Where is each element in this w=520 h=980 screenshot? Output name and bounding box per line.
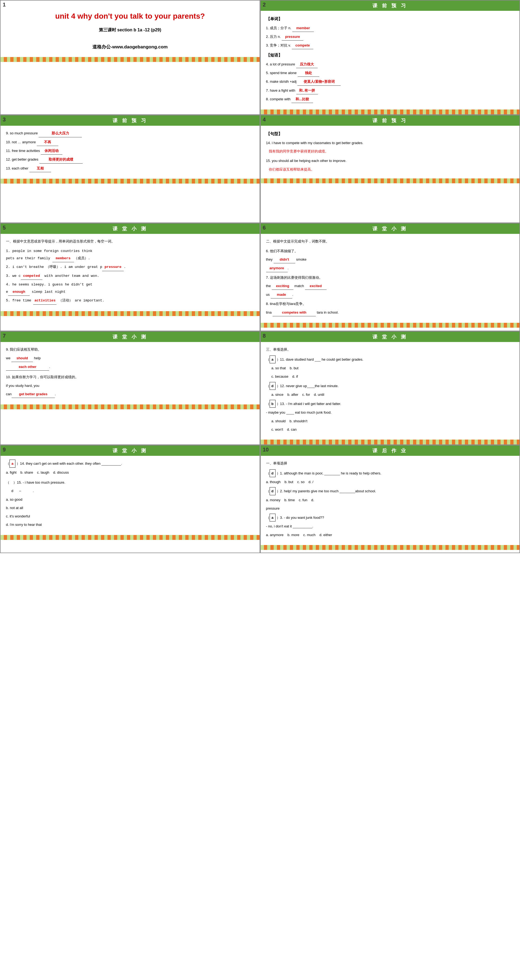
cell-8-content: 三、单项选择。 （a）11. dave studied hard ___ he … xyxy=(261,342,520,438)
mcq-11: （a）11. dave studied hard ___ he could ge… xyxy=(266,355,514,363)
ex2-item6-en2: anymore. xyxy=(266,264,514,272)
phrase-item-8: 8. compete with 和...比较 xyxy=(266,95,514,103)
hw-instruction: 一、单项选择 xyxy=(266,460,514,467)
sentence-15-en: 15. you should all be helping each other… xyxy=(266,157,514,164)
cell-number-8: 8 xyxy=(263,333,266,339)
vocab-item-2: 2. 压力 n. pressure xyxy=(266,33,514,41)
answer-14: a xyxy=(10,460,16,468)
cell-1: 1 unit 4 why don't you talk to your pare… xyxy=(0,0,260,115)
sentence-15-zh: 你们都应该互相帮助来提高。 xyxy=(269,166,514,173)
cell-2-content: 【单词】 1. 成员；分子 n. member 2. 压力 n. pressur… xyxy=(261,11,520,108)
mcq-11-opts: a. so that b. but xyxy=(271,364,514,372)
vocab2-item-13: 13. each other 互相 xyxy=(6,165,254,172)
cell-8: 8 课 堂 小 测 三、单项选择。 （a）11. dave studied ha… xyxy=(260,331,520,445)
answer-11: a xyxy=(270,355,276,363)
cell-3-header: 课 前 预 习 xyxy=(0,115,260,126)
mcq-15-opts-b: b. not at all xyxy=(6,504,254,511)
sentence-14-en: 14. i have to compete with my classmates… xyxy=(266,139,514,146)
cell-4-header: 课 前 预 习 xyxy=(261,115,520,126)
cell-8-border-dots xyxy=(261,439,520,444)
fill-exciting: exciting xyxy=(272,282,293,290)
cell-7-border-dots xyxy=(0,404,260,409)
main-grid: 1 unit 4 why don't you talk to your pare… xyxy=(0,0,520,553)
fill-member: member xyxy=(292,24,314,32)
cell-number-4: 4 xyxy=(263,116,266,123)
ex1-item3: 3. we ccompeted with another team and wo… xyxy=(6,272,254,280)
fill-excited: excited xyxy=(305,282,327,290)
cell-4-content: 【句型】 14. i have to compete with my class… xyxy=(261,126,520,177)
cell-number-10: 10 xyxy=(263,447,269,453)
fill-13: 互相 xyxy=(29,165,51,172)
hw-1-opts: a. though b. but c. so d. / xyxy=(266,478,514,485)
fill-activities: activities xyxy=(33,297,57,304)
answer-12: d xyxy=(270,382,276,390)
answer-hw2: d xyxy=(270,487,276,495)
cell-number-9: 9 xyxy=(3,447,6,453)
phrase-item-7: 7. have a fight with 和..有一拼 xyxy=(266,87,514,94)
cell-2-header: 课 前 预 习 xyxy=(261,0,520,11)
mcq-15-opts-d: d. i'm sorry to hear that xyxy=(6,521,254,528)
cell-3-border-dots xyxy=(0,179,260,184)
answer-hw1: d xyxy=(270,469,276,477)
fill-10: 不再 xyxy=(37,138,59,146)
cell5-instruction: 一、根据中文意思或首字母提示，用单词的适当形式填空，每空一词。 xyxy=(6,238,254,245)
phrase-label: 【短语】 xyxy=(266,53,282,57)
vocab-label: 【单词】 xyxy=(266,16,282,21)
mcq-11-opts2: c. because d. if xyxy=(271,373,514,380)
fill-enough: enough xyxy=(8,288,30,296)
mcq-14: （a）14. they can't get on well with each … xyxy=(6,460,254,468)
cell-2: 2 课 前 预 习 【单词】 1. 成员；分子 n. member 2. 压力 … xyxy=(260,0,520,115)
hw-3-opts: a. anymore b. more c. much d. either xyxy=(266,531,514,539)
ex1-item4: 4. he seems sleepy. i guess he didn't ge… xyxy=(6,281,254,296)
fill-12: 取得更好的成绩 xyxy=(40,156,82,163)
vocab2-item-9: 9. so much pressure 那么大压力 xyxy=(6,129,254,137)
sentence-label: 【句型】 xyxy=(266,131,282,136)
fill-get-better: get better grades xyxy=(12,390,55,398)
cell-9-border-dots xyxy=(0,535,260,540)
fill-didnt: didn't xyxy=(274,256,295,263)
cell-8-header: 课 堂 小 测 xyxy=(261,332,520,342)
cell-9: 9 课 堂 小 测 （a）14. they can't get on well … xyxy=(0,445,260,553)
fill-9: 那么大压力 xyxy=(39,129,82,137)
ex2-item6-en: they didn't smoke xyxy=(266,256,514,263)
fill-phrase6: 使某人/某物+形容词 xyxy=(297,78,341,86)
answer-hw3: a xyxy=(270,514,276,522)
fill-competed: competed xyxy=(21,272,43,280)
ex3-item9-en: we should help xyxy=(6,355,254,362)
ex2-item7-zh: 7. 这场刺激的比赛使得我们很激动。 xyxy=(266,274,514,281)
mcq-15: （ ）15. - i have too much pressure. xyxy=(6,479,254,486)
cell-4: 4 课 前 预 习 【句型】 14. i have to compete wit… xyxy=(260,115,520,223)
mcq-13-opts: a. should b. shouldn't xyxy=(271,417,514,425)
cell-5-border-dots xyxy=(0,311,260,316)
cell-1-website: 道格办公-www.daogebangong.com xyxy=(9,44,252,50)
vocab2-item-11: 11. free time activities 休闲活动 xyxy=(6,147,254,154)
cell-7: 7 课 堂 小 测 9. 我们应该相互帮助。 we should help ea… xyxy=(0,331,260,445)
sentence-14-zh: 我有我的同学竞赛中获得更好的成绩。 xyxy=(269,148,514,155)
hw-3-sub: - no, i don't eat it __________. xyxy=(266,523,514,530)
fill-made: made xyxy=(271,291,292,299)
cell-7-header: 课 堂 小 测 xyxy=(0,332,260,342)
mcq-15-sub: d – . xyxy=(11,487,254,495)
mcq-13: （b）13. - i'm afraid i will get fatter an… xyxy=(266,400,514,408)
cell-5-content: 一、根据中文意思或首字母提示，用单词的适当形式填空，每空一词。 1. peopl… xyxy=(0,234,260,309)
hw-1: （d）1. although the man is poor, ________… xyxy=(266,469,514,477)
cell-number-5: 5 xyxy=(3,225,6,231)
hw-2-opts: a. money b. time c. fun d. xyxy=(266,496,514,504)
mcq-13-sub: - maybe you ____ eat too much junk food. xyxy=(266,409,514,416)
cell-10-content: 一、单项选择 （d）1. although the man is poor, _… xyxy=(261,456,520,543)
cell-number-1: 1 xyxy=(3,2,6,8)
ex1-item1: 1. people in some foreign countries thin… xyxy=(6,247,254,262)
cell-5-header: 课 堂 小 测 xyxy=(0,224,260,234)
cell-6: 6 课 堂 小 测 二、根据中文提示完成句子，词数不限。 6. 他们不再抽烟了。… xyxy=(260,223,520,331)
cell-2-border-dots xyxy=(261,110,520,115)
cell-1-subtitle: 第三课时 section b 1a -12 (p29) xyxy=(9,27,252,33)
cell-number-7: 7 xyxy=(3,333,6,339)
cell6-instruction: 二、根据中文提示完成句子，词数不限。 xyxy=(266,238,514,245)
fill-should: should xyxy=(11,355,33,362)
hw-2: （d）2. help! my parents give me too much … xyxy=(266,487,514,495)
cell-6-content: 二、根据中文提示完成句子，词数不限。 6. 他们不再抽烟了。 they didn… xyxy=(261,234,520,321)
cell-6-border-dots xyxy=(261,323,520,328)
fill-phrase5: 独处 xyxy=(298,69,319,77)
vocab-item-1: 1. 成员；分子 n. member xyxy=(266,24,514,32)
phrase-item-5: 5. spend time alone 独处 xyxy=(266,69,514,77)
